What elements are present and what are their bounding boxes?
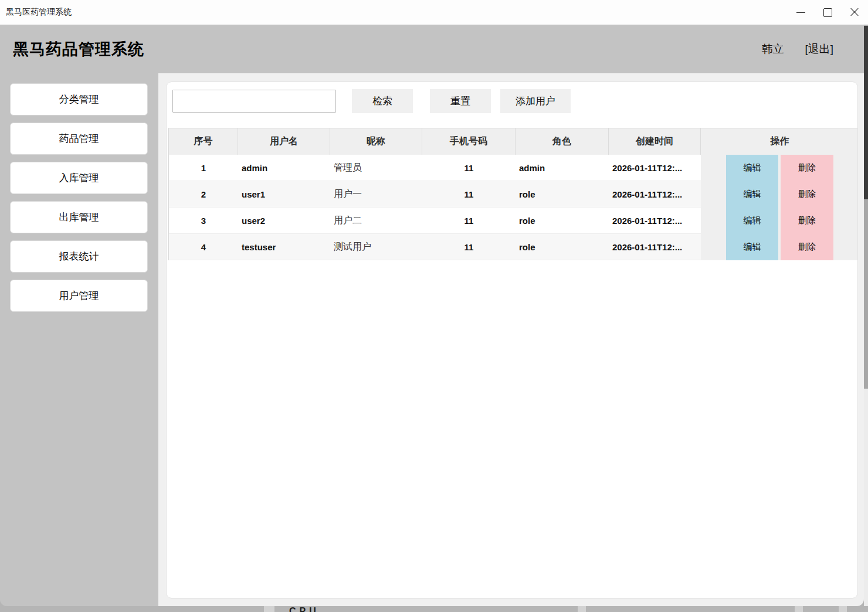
user-management-panel: 检索 重置 添加用户 序号用户名昵称手机号码角色创建时间操作 1admin管理员… [166,81,858,599]
cell-index: 3 [169,208,238,234]
content-area: 分类管理药品管理入库管理出库管理报表统计用户管理 检索 重置 添加用户 序号用户… [0,73,864,606]
background-window-edge-light [864,389,868,606]
edit-button[interactable]: 编辑 [726,234,778,260]
cell-nickname: 测试用户 [330,234,422,260]
maximize-icon [823,8,832,17]
table-row: 1admin管理员11admin2026-01-11T12:...编辑删除 [169,155,858,181]
cell-username: admin [238,155,330,181]
minimize-button[interactable] [787,0,814,25]
window-title: 黑马医药管理系统 [0,7,787,18]
toolbar: 检索 重置 添加用户 [167,82,857,128]
background-window-divider [839,606,847,612]
cell-phone: 11 [422,234,516,260]
sidebar-item-出库管理[interactable]: 出库管理 [10,201,148,233]
window-controls [787,0,868,25]
maximize-button[interactable] [814,0,841,25]
users-table-header: 序号用户名昵称手机号码角色创建时间操作 [169,128,858,155]
sidebar-item-报表统计[interactable]: 报表统计 [10,240,148,273]
logout-link[interactable]: [退出] [805,42,833,57]
column-header-角色: 角色 [516,128,609,155]
column-header-操作: 操作 [701,128,858,155]
page-title: 黑马药品管理系统 [0,39,761,60]
table-row: 2user1用户一11role2026-01-11T12:...编辑删除 [169,181,858,208]
delete-button[interactable]: 删除 [781,208,833,234]
column-header-用户名: 用户名 [238,128,330,155]
header-user-area: 韩立 [退出] [761,42,864,57]
current-username: 韩立 [761,42,784,57]
cell-actions: 编辑删除 [701,208,858,234]
cell-actions: 编辑删除 [701,181,858,208]
sidebar-item-分类管理[interactable]: 分类管理 [10,83,148,115]
cell-role: role [516,208,609,234]
cell-phone: 11 [422,155,516,181]
sidebar-item-入库管理[interactable]: 入库管理 [10,162,148,194]
column-header-序号: 序号 [169,128,238,155]
cell-username: testuser [238,234,330,260]
users-table-body: 1admin管理员11admin2026-01-11T12:...编辑删除2us… [169,155,858,260]
column-header-创建时间: 创建时间 [609,128,701,155]
reset-button[interactable]: 重置 [430,89,491,113]
background-window-divider [795,606,803,612]
cell-username: user1 [238,181,330,208]
app-window: 黑马药品管理系统 韩立 [退出] 分类管理药品管理入库管理出库管理报表统计用户管… [0,25,864,606]
cell-role: admin [516,155,609,181]
cell-role: role [516,181,609,208]
edit-button[interactable]: 编辑 [726,208,778,234]
background-window-divider [264,606,274,612]
cell-phone: 11 [422,181,516,208]
background-window-partial-label: CPU [289,606,320,612]
app-header: 黑马药品管理系统 韩立 [退出] [0,25,864,73]
background-window-edge-mid [864,199,868,389]
cell-phone: 11 [422,208,516,234]
search-button[interactable]: 检索 [352,89,413,113]
sidebar-item-用户管理[interactable]: 用户管理 [10,280,148,312]
cell-nickname: 用户二 [330,208,422,234]
minimize-icon [796,12,805,13]
cell-role: role [516,234,609,260]
cell-nickname: 用户一 [330,181,422,208]
cell-created: 2026-01-11T12:... [609,234,701,260]
delete-button[interactable]: 删除 [781,155,833,181]
column-header-昵称: 昵称 [330,128,422,155]
cell-username: user2 [238,208,330,234]
background-window-strip: CPU [0,606,868,612]
cell-created: 2026-01-11T12:... [609,208,701,234]
search-input[interactable] [172,90,336,113]
cell-index: 2 [169,181,238,208]
background-window-divider [578,606,586,612]
window-titlebar: 黑马医药管理系统 [0,0,868,25]
users-table: 序号用户名昵称手机号码角色创建时间操作 1admin管理员11admin2026… [168,128,858,260]
cell-nickname: 管理员 [330,155,422,181]
sidebar: 分类管理药品管理入库管理出库管理报表统计用户管理 [0,73,158,606]
cell-index: 4 [169,234,238,260]
edit-button[interactable]: 编辑 [726,181,778,208]
cell-created: 2026-01-11T12:... [609,155,701,181]
sidebar-item-药品管理[interactable]: 药品管理 [10,123,148,155]
table-row: 3user2用户二11role2026-01-11T12:...编辑删除 [169,208,858,234]
cell-actions: 编辑删除 [701,234,858,260]
cell-index: 1 [169,155,238,181]
cell-created: 2026-01-11T12:... [609,181,701,208]
delete-button[interactable]: 删除 [781,234,833,260]
main-pane: 检索 重置 添加用户 序号用户名昵称手机号码角色创建时间操作 1admin管理员… [158,73,864,606]
column-header-手机号码: 手机号码 [422,128,516,155]
cell-actions: 编辑删除 [701,155,858,181]
add-user-button[interactable]: 添加用户 [500,89,571,113]
background-window-edge-dark [864,26,868,199]
close-icon [849,7,860,18]
delete-button[interactable]: 删除 [781,181,833,208]
close-button[interactable] [841,0,868,25]
edit-button[interactable]: 编辑 [726,155,778,181]
table-row: 4testuser测试用户11role2026-01-11T12:...编辑删除 [169,234,858,260]
